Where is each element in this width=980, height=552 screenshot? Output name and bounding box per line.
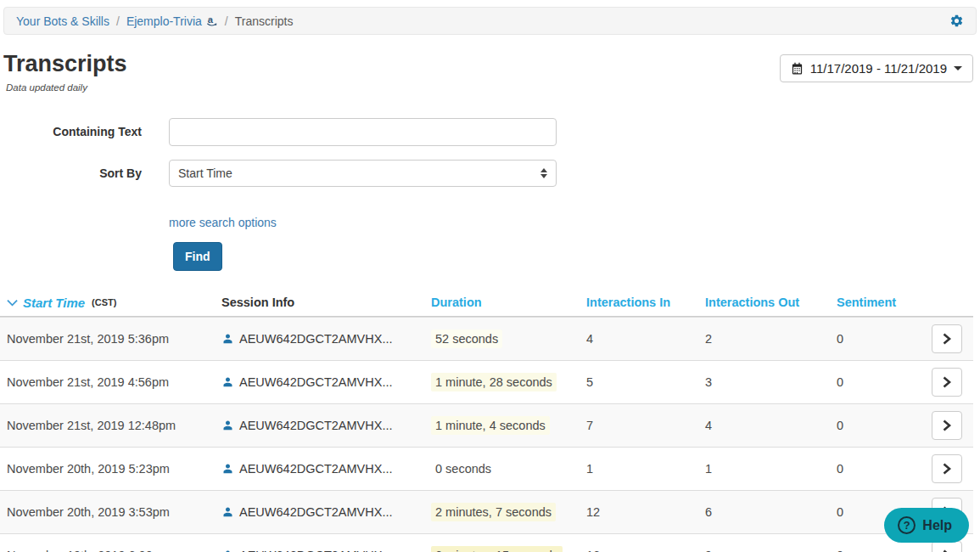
duration-value: 1 minute, 4 seconds — [431, 416, 550, 435]
table-row: November 21st, 2019 12:48pm AEUW642DGCT2… — [0, 403, 973, 447]
interactions-in-cell: 16 — [580, 549, 698, 552]
duration-cell: 1 minute, 4 seconds — [424, 419, 580, 432]
interactions-out-cell: 1 — [698, 462, 830, 476]
column-header-sentiment[interactable]: Sentiment — [830, 296, 916, 309]
date-range-value: 11/17/2019 - 11/21/2019 — [810, 61, 947, 76]
transcripts-table: Start Time (CST) Session Info Duration I… — [0, 290, 973, 552]
duration-value: 0 seconds — [431, 459, 496, 478]
duration-value: 6 minutes, 15 seconds — [431, 546, 563, 552]
column-header-start-time[interactable]: Start Time (CST) — [0, 296, 215, 310]
session-info-cell: AEUW642DGCT2AMVHX... — [215, 375, 424, 389]
timezone-label: (CST) — [92, 297, 116, 307]
user-icon — [221, 375, 234, 388]
start-time-cell: November 20th, 2019 3:53pm — [0, 505, 215, 519]
interactions-out-cell: 4 — [698, 419, 830, 432]
sort-by-select[interactable]: Start Time — [169, 160, 557, 187]
table-header-row: Start Time (CST) Session Info Duration I… — [0, 290, 973, 317]
start-time-cell: November 21st, 2019 4:56pm — [0, 375, 215, 389]
amazon-logo-icon: a — [205, 14, 218, 28]
start-time-cell: November 19th, 2019 6:00pm — [0, 549, 215, 552]
question-mark-icon: ? — [898, 516, 916, 534]
breadcrumb: Your Bots & Skills / Ejemplo-Trivia a / … — [3, 7, 977, 35]
breadcrumb-bot-name[interactable]: Ejemplo-Trivia a — [126, 14, 218, 28]
start-time-cell: November 21st, 2019 5:36pm — [0, 332, 215, 346]
user-icon — [221, 332, 234, 345]
interactions-in-cell: 5 — [580, 375, 698, 389]
sentiment-cell: 0 — [830, 332, 916, 346]
sentiment-cell: 0 — [830, 419, 916, 432]
open-transcript-button[interactable] — [932, 454, 962, 483]
session-info-cell: AEUW642DGCT2AMVHX... — [215, 332, 424, 346]
table-row: November 20th, 2019 5:23pm AEUW642DGCT2A… — [0, 447, 973, 490]
sort-by-label: Sort By — [0, 166, 142, 180]
start-time-cell: November 21st, 2019 12:48pm — [0, 419, 215, 432]
chevron-right-icon — [942, 420, 952, 431]
duration-value: 1 minute, 28 seconds — [431, 373, 557, 391]
interactions-in-cell: 7 — [580, 419, 698, 432]
help-button-label: Help — [922, 518, 952, 533]
select-arrows-icon — [540, 168, 547, 178]
table-row: November 21st, 2019 4:56pm AEUW642DGCT2A… — [0, 360, 973, 403]
session-info-cell: AEUW642DGCT2AMVHX... — [215, 462, 424, 476]
table-row: November 20th, 2019 3:53pm AEUW642DGCT2A… — [0, 490, 973, 533]
duration-value: 52 seconds — [431, 330, 502, 348]
interactions-out-cell: 2 — [698, 332, 830, 346]
breadcrumb-separator: / — [116, 14, 120, 28]
interactions-out-cell: 3 — [698, 375, 830, 389]
column-header-interactions-out[interactable]: Interactions Out — [698, 296, 830, 309]
table-row: November 19th, 2019 6:00pm AEUW642DGCT2A… — [0, 533, 973, 552]
open-transcript-button[interactable] — [932, 368, 962, 397]
session-id: AEUW642DGCT2AMVHX... — [239, 462, 393, 476]
table-body: November 21st, 2019 5:36pm AEUW642DGCT2A… — [0, 317, 973, 552]
caret-down-icon — [954, 66, 962, 70]
user-icon — [221, 462, 234, 475]
column-header-session-info: Session Info — [215, 296, 424, 309]
open-transcript-button[interactable] — [932, 324, 962, 353]
column-header-start-time-label: Start Time — [23, 296, 85, 310]
svg-text:a: a — [208, 14, 214, 25]
sentiment-cell: 0 — [830, 549, 916, 552]
open-transcript-button[interactable] — [932, 411, 962, 440]
session-id: AEUW642DGCT2AMVHX... — [239, 419, 393, 432]
user-icon — [221, 549, 234, 552]
sort-by-selected-value: Start Time — [178, 166, 232, 180]
breadcrumb-current-page: Transcripts — [235, 14, 294, 28]
session-info-cell: AEUW642DGCT2AMVHX... — [215, 419, 424, 432]
session-info-cell: AEUW642DGCT2AMVHX... — [215, 505, 424, 519]
session-id: AEUW642DGCT2AMVHX... — [239, 332, 393, 346]
breadcrumb-separator: / — [225, 14, 228, 28]
page-subtitle: Data updated daily — [6, 82, 127, 93]
session-id: AEUW642DGCT2AMVHX... — [239, 549, 393, 552]
duration-cell: 1 minute, 28 seconds — [424, 375, 580, 389]
interactions-in-cell: 1 — [580, 462, 698, 476]
session-info-cell: AEUW642DGCT2AMVHX... — [215, 549, 424, 552]
calendar-icon — [791, 62, 804, 75]
user-icon — [221, 505, 234, 518]
page-title: Transcripts — [3, 52, 127, 77]
interactions-in-cell: 4 — [580, 332, 698, 346]
transcript-search-form: Containing Text Sort By Start Time more … — [0, 118, 980, 271]
duration-cell: 6 minutes, 15 seconds — [424, 549, 580, 552]
interactions-out-cell: 6 — [698, 505, 830, 519]
session-id: AEUW642DGCT2AMVHX... — [239, 375, 393, 389]
settings-gear-icon[interactable] — [949, 14, 964, 28]
chevron-right-icon — [942, 376, 952, 388]
more-search-options-link[interactable]: more search options — [169, 216, 277, 229]
date-range-picker[interactable]: 11/17/2019 - 11/21/2019 — [780, 54, 973, 82]
column-header-duration[interactable]: Duration — [424, 296, 580, 309]
column-header-interactions-in[interactable]: Interactions In — [580, 296, 698, 309]
containing-text-input[interactable] — [169, 118, 557, 146]
chevron-right-icon — [942, 463, 952, 475]
user-icon — [221, 419, 234, 431]
find-button[interactable]: Find — [173, 242, 222, 271]
interactions-out-cell: 9 — [698, 549, 830, 552]
duration-cell: 0 seconds — [424, 462, 580, 476]
duration-cell: 52 seconds — [424, 332, 580, 346]
sort-desc-icon — [7, 299, 18, 307]
duration-value: 2 minutes, 7 seconds — [431, 503, 556, 521]
help-button[interactable]: ? Help — [884, 508, 969, 543]
table-row: November 21st, 2019 5:36pm AEUW642DGCT2A… — [0, 317, 973, 360]
breadcrumb-your-bots-skills[interactable]: Your Bots & Skills — [16, 14, 109, 28]
sentiment-cell: 0 — [830, 462, 916, 476]
start-time-cell: November 20th, 2019 5:23pm — [0, 462, 215, 476]
